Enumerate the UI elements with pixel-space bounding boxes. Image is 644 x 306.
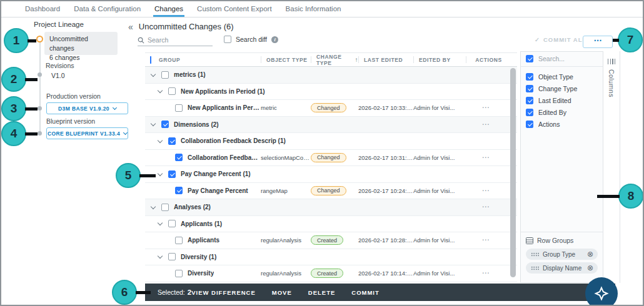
- tab-basic-information[interactable]: Basic Information: [279, 1, 348, 17]
- group-row-metrics-1[interactable]: metrics (1): [145, 67, 517, 84]
- uncommitted-changes-card[interactable]: Uncommitted changes 6 changes: [44, 32, 118, 55]
- row-checkbox[interactable]: [175, 187, 183, 194]
- info-icon[interactable]: i: [271, 36, 278, 43]
- select-all-columns-checkbox[interactable]: [526, 55, 533, 62]
- row-group-chip-display-name[interactable]: Display Name⊗: [526, 262, 598, 274]
- row-checkbox[interactable]: [168, 170, 176, 178]
- group-row-new-applicants-in-period-1[interactable]: New Applicants in Period (1): [145, 84, 517, 101]
- tab-custom-content-export[interactable]: Custom Content Export: [190, 1, 279, 17]
- row-group-chips: Group Type⊗Display Name⊗: [526, 249, 598, 274]
- row-actions-icon[interactable]: ⋯: [482, 269, 490, 277]
- production-version-select[interactable]: D3M BASE V1.9.20: [46, 102, 128, 114]
- row-actions-icon[interactable]: ⋯: [482, 103, 490, 112]
- search-input[interactable]: [148, 36, 207, 44]
- row-checkbox[interactable]: [175, 104, 183, 112]
- expand-collapse-toggle[interactable]: [156, 222, 168, 225]
- column-header-last-edited[interactable]: LAST EDITED: [358, 56, 413, 63]
- actions-cell: ⋯: [466, 121, 506, 128]
- row-checkbox[interactable]: [161, 71, 169, 79]
- group-row-diversity-1[interactable]: Diversity (1): [145, 249, 517, 266]
- row-checkbox[interactable]: [168, 220, 176, 227]
- row-checkbox[interactable]: [168, 253, 176, 260]
- row-checkbox[interactable]: [175, 154, 183, 161]
- column-visibility-checkbox[interactable]: [526, 97, 533, 104]
- group-row-applicants-1[interactable]: Applicants (1): [145, 216, 517, 233]
- commit-all-button[interactable]: ✓ COMMIT ALL: [535, 36, 586, 43]
- footer-action-delete[interactable]: DELETE: [308, 289, 335, 296]
- group-row-dimensions-2[interactable]: Dimensions (2)⋯: [145, 117, 517, 134]
- chevron-down-icon: [158, 88, 163, 93]
- row-checkbox[interactable]: [175, 237, 183, 244]
- callout-badge-3: 3: [1, 96, 26, 121]
- group-row-collaboration-feedback-descrip-1[interactable]: Collaboration Feedback Descrip (1): [145, 133, 517, 150]
- callout-badge-2: 2: [1, 67, 26, 92]
- column-visibility-checkbox[interactable]: [526, 109, 533, 116]
- more-options-button[interactable]: ⋯: [583, 36, 613, 48]
- panel-column-item-last-edited[interactable]: Last Edited: [526, 94, 598, 106]
- expand-collapse-toggle[interactable]: [156, 173, 168, 175]
- group-cell: Diversity (1): [145, 253, 261, 260]
- panel-search-placeholder[interactable]: Search...: [538, 55, 565, 62]
- row-actions-icon[interactable]: ⋯: [482, 235, 490, 244]
- column-visibility-checkbox[interactable]: [526, 85, 533, 92]
- remove-chip-icon[interactable]: ⊗: [587, 251, 593, 257]
- row-actions-icon[interactable]: ⋯: [482, 120, 490, 129]
- row-checkbox[interactable]: [168, 87, 176, 95]
- table-body: metrics (1)New Applicants in Period (1)N…: [145, 67, 517, 282]
- expand-collapse-toggle[interactable]: [156, 90, 168, 92]
- callout-badge-4: 4: [1, 121, 26, 146]
- table-row-collaboration-feedback-des[interactable]: Collaboration Feedback Des...selectionMa…: [145, 150, 517, 167]
- panel-column-item-object-type[interactable]: Object Type: [526, 71, 598, 82]
- search-diff-checkbox[interactable]: [224, 36, 231, 43]
- panel-column-item-change-type[interactable]: Change Type: [526, 82, 598, 94]
- revision-version[interactable]: V1.0: [51, 72, 65, 79]
- row-checkbox[interactable]: [168, 137, 176, 145]
- column-visibility-checkbox[interactable]: [526, 73, 533, 81]
- row-actions-icon[interactable]: ⋯: [482, 153, 490, 162]
- blueprint-version-select[interactable]: CORE BLUEPRINT V1.33.4: [46, 127, 128, 139]
- table-row-applicants[interactable]: ApplicantsregularAnalysisCreated2026-02-…: [145, 232, 517, 249]
- expand-collapse-toggle[interactable]: [156, 255, 168, 258]
- panel-column-item-edited-by[interactable]: Edited By: [526, 106, 598, 118]
- row-actions-icon[interactable]: ⋯: [482, 186, 490, 195]
- tab-changes[interactable]: Changes: [148, 1, 190, 17]
- row-checkbox[interactable]: [175, 270, 183, 277]
- footer-action-view-difference[interactable]: VIEW DIFFERENCE: [191, 289, 256, 296]
- column-header-edited-by[interactable]: EDITED BY: [413, 56, 466, 63]
- chevron-down-icon: [151, 72, 156, 77]
- select-all-checkbox[interactable]: [150, 56, 151, 64]
- expand-collapse-toggle[interactable]: [156, 140, 168, 142]
- footer-action-commit[interactable]: COMMIT: [351, 289, 380, 296]
- actions-cell: ⋯: [466, 187, 506, 194]
- table-row-new-applicants-in-period[interactable]: New Applicants in PeriodmetricChanged202…: [145, 100, 517, 117]
- blueprint-version-label: Blueprint version: [46, 117, 95, 125]
- vertical-scrollbar[interactable]: [510, 68, 516, 277]
- expand-collapse-toggle[interactable]: [149, 123, 161, 126]
- column-header-object-type[interactable]: OBJECT TYPE: [261, 56, 311, 63]
- column-header-group[interactable]: GROUP: [159, 57, 261, 63]
- row-group-chip-group-type[interactable]: Group Type⊗: [526, 249, 598, 260]
- chip-label: Group Type: [543, 251, 575, 258]
- row-checkbox[interactable]: [161, 121, 169, 128]
- table-row-diversity[interactable]: DiversityregularAnalysisCreated2026-02-1…: [145, 265, 517, 282]
- search-field[interactable]: [138, 34, 213, 46]
- expand-collapse-toggle[interactable]: [149, 74, 161, 76]
- panel-column-item-actions[interactable]: Actions: [526, 118, 598, 130]
- group-row-analyses-2[interactable]: Analyses (2)⋯: [145, 199, 517, 216]
- tab-data-configuration[interactable]: Data & Configuration: [67, 1, 148, 17]
- collapse-panel-icon[interactable]: «: [128, 22, 133, 31]
- column-header-actions[interactable]: ACTIONS: [466, 56, 506, 63]
- tab-dashboard[interactable]: Dashboard: [18, 1, 67, 17]
- group-row-pay-change-percent-1[interactable]: Pay Change Percent (1): [145, 166, 517, 183]
- columns-tab[interactable]: Columns: [603, 51, 620, 283]
- remove-chip-icon[interactable]: ⊗: [587, 265, 593, 271]
- table-row-pay-change-percent[interactable]: Pay Change PercentrangeMapChanged2026-02…: [145, 183, 517, 200]
- row-actions-icon[interactable]: ⋯: [482, 202, 490, 211]
- expand-collapse-toggle[interactable]: [149, 206, 161, 209]
- column-visibility-checkbox[interactable]: [526, 121, 533, 128]
- callout-connector: [139, 174, 156, 177]
- visier-logo[interactable]: [585, 277, 618, 306]
- row-checkbox[interactable]: [161, 204, 169, 211]
- column-header-change-type[interactable]: CHANGE TYPE↑: [311, 56, 358, 63]
- footer-action-move[interactable]: MOVE: [272, 289, 292, 296]
